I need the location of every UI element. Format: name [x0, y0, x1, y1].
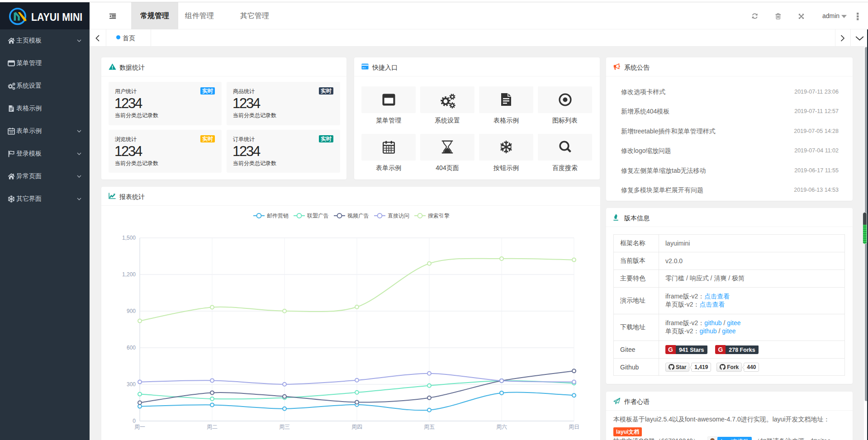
svg-text:视频广告: 视频广告 — [347, 213, 369, 219]
svg-text:周日: 周日 — [569, 424, 579, 430]
svg-text:周五: 周五 — [424, 424, 435, 430]
svg-text:搜索引擎: 搜索引擎 — [428, 213, 450, 219]
svg-text:周六: 周六 — [496, 424, 507, 430]
svg-text:300: 300 — [127, 381, 136, 388]
svg-text:1,500: 1,500 — [122, 235, 136, 241]
svg-text:900: 900 — [127, 308, 136, 314]
svg-text:直接访问: 直接访问 — [388, 213, 409, 219]
svg-text:周二: 周二 — [207, 424, 218, 430]
svg-text:周一: 周一 — [134, 424, 145, 430]
svg-text:600: 600 — [127, 345, 136, 351]
svg-text:联盟广告: 联盟广告 — [307, 213, 329, 219]
svg-text:邮件营销: 邮件营销 — [267, 213, 289, 219]
svg-text:周四: 周四 — [351, 424, 362, 430]
svg-text:1,200: 1,200 — [122, 271, 136, 278]
svg-text:0: 0 — [133, 418, 136, 424]
svg-text:周三: 周三 — [279, 424, 290, 430]
